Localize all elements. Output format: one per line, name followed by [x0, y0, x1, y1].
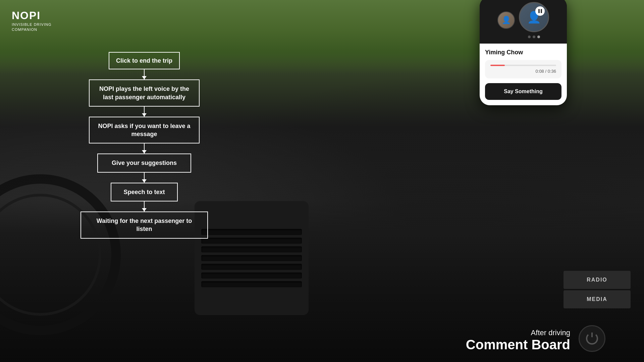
- arrow-5: [144, 201, 145, 212]
- dot-2: [533, 36, 535, 38]
- vent-left: [195, 201, 309, 315]
- vent-slat: [201, 229, 302, 235]
- avatar-large: 👤: [519, 2, 549, 32]
- media-button[interactable]: MEDIA: [564, 290, 631, 308]
- say-something-button[interactable]: Say Something: [485, 83, 561, 100]
- vent-slat: [201, 264, 302, 270]
- logo-title: NOPI: [12, 10, 51, 21]
- avatar-small: 👤: [497, 11, 515, 29]
- arrow-1: [144, 69, 145, 79]
- flow-step-1[interactable]: Click to end the trip: [109, 52, 180, 69]
- phone-top: 👤 👤: [480, 0, 567, 44]
- audio-player: 0:08 / 0:36: [485, 60, 561, 78]
- vent-slat: [201, 255, 302, 261]
- after-driving-label: After driving: [466, 328, 570, 337]
- controls-panel: RADIO MEDIA: [564, 271, 631, 308]
- comment-board-title: Comment Board: [466, 337, 570, 352]
- flow-step-2: NOPI plays the left voice by the last pa…: [89, 79, 200, 107]
- flow-step-4: Give your suggestions: [97, 154, 191, 172]
- arrow-4: [144, 173, 145, 183]
- phone-mockup: 👤 👤 Yiming Chow: [480, 0, 567, 105]
- arrow-2: [144, 107, 145, 117]
- flow-step-5: Speech to text: [111, 183, 178, 201]
- power-button[interactable]: [579, 325, 605, 352]
- flow-step-3: NOPI asks if you want to leave a message: [89, 117, 200, 144]
- progress-bar-fill: [490, 65, 505, 66]
- dots-indicator: [528, 36, 540, 38]
- after-driving-section: After driving Comment Board: [466, 328, 570, 352]
- flowchart: Click to end the trip NOPI plays the lef…: [80, 52, 208, 239]
- progress-bar-bg[interactable]: [490, 65, 556, 66]
- pause-icon: [538, 9, 542, 13]
- vent-slat: [201, 273, 302, 279]
- passenger-name: Yiming Chow: [485, 49, 561, 56]
- power-icon: [586, 333, 598, 345]
- vent-slat: [201, 238, 302, 244]
- phone-content: Yiming Chow 0:08 / 0:36 Say Something: [480, 44, 567, 105]
- dot-3: [537, 36, 540, 38]
- pause-button[interactable]: [535, 6, 545, 16]
- logo-subtitle: INVISIBLE DRIVINGCOMPANION: [12, 22, 51, 33]
- vent-slat: [201, 281, 302, 287]
- arrow-3: [144, 143, 145, 154]
- dot-1: [528, 36, 531, 38]
- flow-step-6: Waiting for the next passenger to listen: [80, 212, 208, 239]
- vent-slat: [201, 246, 302, 252]
- logo: NOPI INVISIBLE DRIVINGCOMPANION: [12, 10, 51, 33]
- time-display: 0:08 / 0:36: [490, 69, 556, 74]
- radio-button[interactable]: RADIO: [564, 271, 631, 289]
